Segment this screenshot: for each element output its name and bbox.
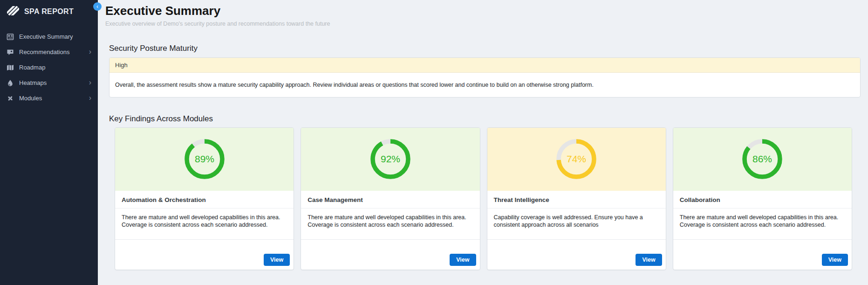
score-percent: 92% <box>381 153 400 164</box>
view-button[interactable]: View <box>822 254 848 266</box>
finding-card-threat-intelligence: 74% Threat Intelligence Capability cover… <box>487 127 666 270</box>
module-title: Automation & Orchestration <box>115 191 294 209</box>
donut-chart: 86% <box>742 139 783 180</box>
comment-icon <box>7 49 14 56</box>
module-description: There are mature and well developed capa… <box>673 209 852 240</box>
sidebar-item-label: Modules <box>19 95 42 102</box>
sidebar-item-label: Roadmap <box>19 64 45 71</box>
module-description: There are mature and well developed capa… <box>115 209 294 240</box>
flame-icon <box>7 79 14 87</box>
view-button[interactable]: View <box>450 254 476 266</box>
view-button[interactable]: View <box>264 254 290 266</box>
finding-card-collaboration: 86% Collaboration There are mature and w… <box>673 127 852 270</box>
maturity-description: Overall, the assessment results show a m… <box>109 73 860 97</box>
chevron-right-icon: › <box>89 79 91 87</box>
sidebar-item-label: Executive Summary <box>19 33 73 40</box>
report-icon <box>7 33 14 41</box>
maturity-section-title: Security Posture Maturity <box>109 44 861 53</box>
sidebar-item-label: Recommendations <box>19 49 69 56</box>
chevron-left-icon: ‹ <box>96 3 98 10</box>
module-description: There are mature and well developed capa… <box>301 209 479 240</box>
score-percent: 86% <box>752 153 772 164</box>
module-title: Threat Intelligence <box>487 191 666 209</box>
sidebar-item-modules[interactable]: Modules › <box>0 90 98 106</box>
page-title: Executive Summary <box>105 4 861 18</box>
maturity-level-banner: High <box>109 58 860 73</box>
card-footer: View <box>301 240 479 270</box>
module-description: Capability coverage is well addressed. E… <box>487 209 666 240</box>
sidebar: SPA REPORT Executive Summary Recommendat… <box>0 0 98 285</box>
card-footer: View <box>115 240 294 270</box>
fan-icon <box>7 95 14 102</box>
sidebar-nav: Executive Summary Recommendations › Road… <box>0 29 98 106</box>
donut-chart: 89% <box>184 139 225 180</box>
main-content: Executive Summary Executive overview of … <box>98 0 868 285</box>
app-logo: SPA REPORT <box>0 0 98 21</box>
card-footer: View <box>487 240 666 270</box>
chevron-right-icon: › <box>89 94 91 103</box>
score-chart-zone: 92% <box>301 128 479 191</box>
app-title: SPA REPORT <box>24 7 74 16</box>
view-button[interactable]: View <box>636 254 662 266</box>
sidebar-item-executive-summary[interactable]: Executive Summary <box>0 29 98 44</box>
donut-chart: 92% <box>370 139 411 180</box>
score-chart-zone: 86% <box>673 128 852 191</box>
page-subtitle: Executive overview of Demo's security po… <box>105 21 861 27</box>
donut-chart: 74% <box>556 139 597 180</box>
score-chart-zone: 74% <box>487 128 666 191</box>
sidebar-collapse-button[interactable]: ‹ <box>93 2 102 11</box>
sidebar-item-heatmaps[interactable]: Heatmaps › <box>0 75 98 90</box>
sidebar-item-recommendations[interactable]: Recommendations › <box>0 44 98 60</box>
chevron-right-icon: › <box>89 48 91 56</box>
score-chart-zone: 89% <box>115 128 294 191</box>
score-percent: 89% <box>195 153 214 164</box>
module-title: Case Management <box>301 191 479 209</box>
spa-logo-icon <box>7 6 19 17</box>
findings-cards-row: 89% Automation & Orchestration There are… <box>115 127 852 270</box>
sidebar-item-roadmap[interactable]: Roadmap <box>0 60 98 75</box>
score-percent: 74% <box>567 153 586 164</box>
module-title: Collaboration <box>673 191 852 209</box>
map-icon <box>7 64 14 71</box>
card-footer: View <box>673 240 852 270</box>
finding-card-case-management: 92% Case Management There are mature and… <box>301 127 480 270</box>
maturity-card: High Overall, the assessment results sho… <box>109 57 861 97</box>
findings-section-title: Key Findings Across Modules <box>109 114 861 124</box>
sidebar-item-label: Heatmaps <box>19 79 47 86</box>
finding-card-automation-orchestration: 89% Automation & Orchestration There are… <box>115 127 294 270</box>
